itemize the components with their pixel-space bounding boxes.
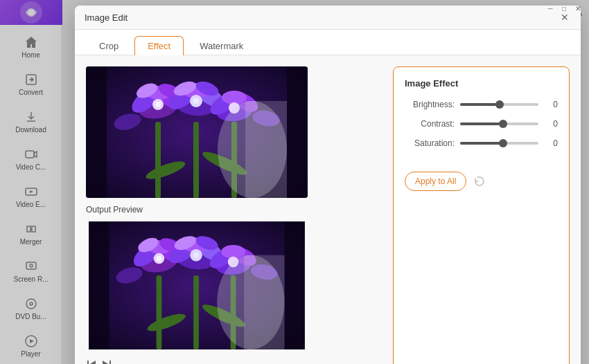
contrast-value: 0 xyxy=(544,119,558,129)
svg-point-37 xyxy=(193,98,199,104)
window-controls: ─ □ ✕ xyxy=(539,0,589,17)
apply-all-button[interactable]: Apply to All xyxy=(405,172,466,191)
dialog-body: Output Preview xyxy=(75,55,581,364)
saturation-slider[interactable] xyxy=(460,142,538,145)
svg-rect-16 xyxy=(287,66,308,198)
saturation-value: 0 xyxy=(544,138,558,148)
svg-rect-46 xyxy=(245,101,287,198)
modal-overlay: Image Edit ✕ Crop Effect Watermark xyxy=(0,0,589,364)
media-next-button[interactable] xyxy=(101,359,112,364)
svg-rect-79 xyxy=(244,255,284,349)
svg-marker-80 xyxy=(89,361,96,364)
controls-actions: Apply to All xyxy=(405,172,558,191)
contrast-control: Contrast: 0 xyxy=(405,119,558,129)
tab-crop[interactable]: Crop xyxy=(86,36,132,55)
svg-rect-49 xyxy=(285,221,305,349)
output-preview xyxy=(86,221,308,349)
brightness-label: Brightness: xyxy=(405,100,455,109)
svg-rect-15 xyxy=(86,66,107,198)
preview-area: Output Preview xyxy=(86,66,382,364)
tab-effect[interactable]: Effect xyxy=(134,36,184,55)
reset-button[interactable] xyxy=(473,175,486,188)
svg-marker-82 xyxy=(103,361,109,364)
media-controls xyxy=(86,359,382,364)
input-preview xyxy=(86,66,308,198)
svg-point-29 xyxy=(155,102,161,107)
image-edit-dialog: Image Edit ✕ Crop Effect Watermark xyxy=(75,6,581,364)
svg-rect-81 xyxy=(87,361,89,364)
svg-rect-51 xyxy=(193,275,199,349)
brightness-slider[interactable] xyxy=(460,103,538,106)
svg-rect-48 xyxy=(89,221,109,349)
saturation-label: Saturation: xyxy=(405,138,455,148)
minimize-button[interactable]: ─ xyxy=(546,4,554,12)
svg-rect-50 xyxy=(157,275,162,349)
svg-point-70 xyxy=(193,253,199,258)
svg-rect-17 xyxy=(155,122,161,198)
brightness-value: 0 xyxy=(544,100,558,109)
dialog-title: Image Edit xyxy=(85,12,128,23)
close-window-button[interactable]: ✕ xyxy=(574,4,582,12)
contrast-slider[interactable] xyxy=(460,122,538,125)
svg-rect-83 xyxy=(109,361,111,364)
dialog-title-bar: Image Edit ✕ xyxy=(75,6,581,30)
saturation-control: Saturation: 0 xyxy=(405,138,558,148)
svg-point-62 xyxy=(157,256,162,262)
brightness-control: Brightness: 0 xyxy=(405,100,558,109)
saturation-slider-thumb[interactable] xyxy=(499,139,507,147)
image-effect-panel: Image Effect Brightness: 0 Contrast: xyxy=(393,66,570,364)
image-effect-title: Image Effect xyxy=(405,78,558,89)
brightness-slider-thumb[interactable] xyxy=(495,100,504,109)
dialog-tabs: Crop Effect Watermark xyxy=(75,30,581,55)
maximize-button[interactable]: □ xyxy=(560,4,568,12)
contrast-slider-thumb[interactable] xyxy=(499,120,507,128)
svg-rect-18 xyxy=(193,122,199,198)
tab-watermark[interactable]: Watermark xyxy=(186,36,256,55)
app-container: Home Convert Download Video C... Video E… xyxy=(0,0,589,364)
media-prev-button[interactable] xyxy=(86,359,97,364)
output-preview-label: Output Preview xyxy=(86,205,382,215)
contrast-label: Contrast: xyxy=(405,119,455,129)
